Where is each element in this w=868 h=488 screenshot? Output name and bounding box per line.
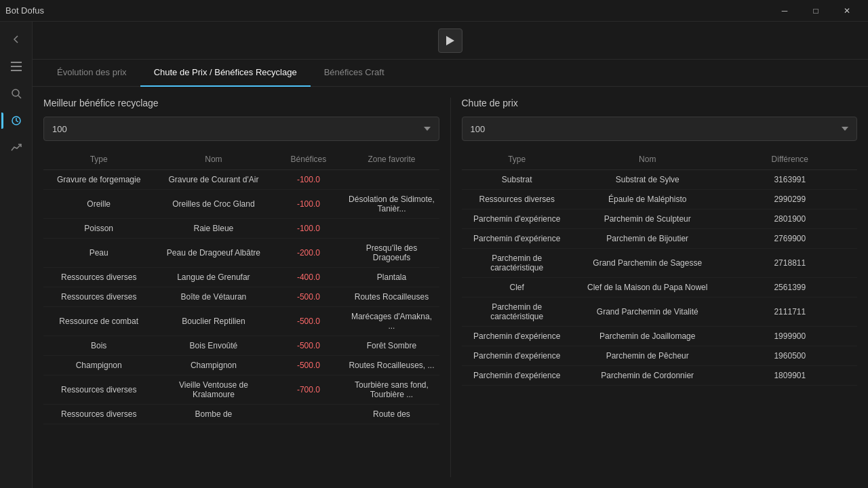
cell-type: Oreille bbox=[43, 190, 154, 219]
cell-difference: 3163991 bbox=[723, 170, 857, 190]
table-row: Parchemin d'expérience Parchemin de Pêch… bbox=[462, 346, 858, 366]
sidebar-item-history[interactable] bbox=[4, 108, 28, 133]
tab-chute-prix[interactable]: Chute de Prix / Bénéfices Recyclage bbox=[140, 60, 311, 87]
cell-zone: Routes Rocailleuses bbox=[344, 287, 439, 307]
cell-benefices: -500.0 bbox=[273, 287, 344, 307]
cell-type: Parchemin d'expérience bbox=[462, 366, 572, 386]
tabs: Évolution des prix Chute de Prix / Bénéf… bbox=[33, 60, 868, 87]
sidebar-item-back[interactable] bbox=[4, 27, 28, 52]
cell-nom: Boîte de Vétauran bbox=[154, 287, 273, 307]
panel-left: Meilleur bénéfice recyclage 100 Type Nom bbox=[43, 98, 439, 477]
cell-difference: 2801900 bbox=[723, 209, 857, 229]
right-table: Type Nom Différence Substrat Substrat de… bbox=[462, 149, 858, 386]
cell-type: Bois bbox=[43, 336, 154, 356]
sidebar-item-menu[interactable] bbox=[4, 54, 28, 79]
table-row: Ressources diverses Vieille Ventouse de … bbox=[43, 375, 439, 405]
minimize-button[interactable]: ─ bbox=[769, 0, 800, 22]
maximize-button[interactable]: □ bbox=[800, 0, 831, 22]
cell-nom: Grand Parchemin de Vitalité bbox=[572, 298, 723, 327]
svg-point-3 bbox=[12, 89, 19, 96]
svg-marker-8 bbox=[842, 127, 848, 131]
cell-nom: Langue de Grenufar bbox=[154, 268, 273, 287]
tab-evolution-prix[interactable]: Évolution des prix bbox=[43, 60, 140, 87]
cell-nom: Bois Envoûté bbox=[154, 336, 273, 356]
cell-type: Parchemin d'expérience bbox=[462, 327, 572, 346]
app-title: Bot Dofus bbox=[5, 5, 44, 16]
cell-type: Parchemin de caractéristique bbox=[462, 298, 572, 327]
table-row: Poisson Raie Bleue -100.0 bbox=[43, 219, 439, 239]
right-dropdown[interactable]: 100 bbox=[462, 117, 858, 141]
table-row: Parchemin d'expérience Parchemin de Scul… bbox=[462, 209, 858, 229]
cell-difference: 1809901 bbox=[723, 366, 857, 386]
table-row: Parchemin d'expérience Parchemin de Cord… bbox=[462, 366, 858, 386]
cell-nom: Parchemin de Pêcheur bbox=[572, 346, 723, 366]
cell-type: Gravure de forgemagie bbox=[43, 170, 154, 190]
panel-right: Chute de prix 100 Type Nom bbox=[462, 98, 858, 477]
right-col-difference: Différence bbox=[723, 149, 857, 170]
cell-difference: 2561399 bbox=[723, 278, 857, 298]
cell-nom: Bouclier Reptilien bbox=[154, 307, 273, 336]
sidebar bbox=[0, 22, 33, 488]
cell-zone: Route des bbox=[344, 405, 439, 424]
cell-difference: 2111711 bbox=[723, 298, 857, 327]
cell-zone: Désolation de Sidimote, Tanièr... bbox=[344, 190, 439, 219]
cell-type: Substrat bbox=[462, 170, 572, 190]
titlebar: Bot Dofus ─ □ ✕ bbox=[0, 0, 868, 22]
table-row: Parchemin d'expérience Parchemin de Bijo… bbox=[462, 229, 858, 249]
right-dropdown-value: 100 bbox=[471, 124, 486, 134]
sidebar-item-trending[interactable] bbox=[4, 136, 28, 160]
cell-nom: Oreilles de Croc Gland bbox=[154, 190, 273, 219]
svg-rect-1 bbox=[11, 66, 22, 67]
cell-nom: Raie Bleue bbox=[154, 219, 273, 239]
table-row: Parchemin de caractéristique Grand Parch… bbox=[462, 249, 858, 278]
left-panel-title: Meilleur bénéfice recyclage bbox=[43, 98, 439, 108]
tab-benefices-craft[interactable]: Bénéfices Craft bbox=[311, 60, 398, 87]
cell-benefices: -500.0 bbox=[273, 356, 344, 375]
svg-marker-7 bbox=[424, 127, 431, 131]
cell-zone: Presqu'île des Dragoeufs bbox=[344, 239, 439, 268]
cell-difference: 1960500 bbox=[723, 346, 857, 366]
table-row: Parchemin de caractéristique Grand Parch… bbox=[462, 298, 858, 327]
cell-type: Ressource de combat bbox=[43, 307, 154, 336]
close-button[interactable]: ✕ bbox=[831, 0, 863, 22]
cell-benefices: -400.0 bbox=[273, 268, 344, 287]
cell-type: Ressources diverses bbox=[43, 375, 154, 405]
left-col-benefices: Bénéfices bbox=[273, 149, 344, 170]
cell-benefices: -500.0 bbox=[273, 336, 344, 356]
table-row: Ressource de combat Bouclier Reptilien -… bbox=[43, 307, 439, 336]
cell-zone: Routes Rocailleuses, ... bbox=[344, 356, 439, 375]
svg-line-4 bbox=[18, 96, 21, 98]
sidebar-item-search[interactable] bbox=[4, 81, 28, 106]
cell-difference: 1999900 bbox=[723, 327, 857, 346]
table-row: Peau Peau de Dragoeuf Albâtre -200.0 Pre… bbox=[43, 239, 439, 268]
table-row: Champignon Champignon -500.0 Routes Roca… bbox=[43, 356, 439, 375]
table-row: Bois Bois Envoûté -500.0 Forêt Sombre bbox=[43, 336, 439, 356]
cell-benefices: -100.0 bbox=[273, 219, 344, 239]
left-dropdown[interactable]: 100 bbox=[43, 117, 439, 141]
cell-nom: Parchemin de Bijoutier bbox=[572, 229, 723, 249]
table-row: Gravure de forgemagie Gravure de Courant… bbox=[43, 170, 439, 190]
content: Évolution des prix Chute de Prix / Bénéf… bbox=[33, 22, 868, 488]
svg-rect-2 bbox=[11, 70, 22, 71]
cell-benefices: -100.0 bbox=[273, 190, 344, 219]
cell-nom: Bombe de bbox=[154, 405, 273, 424]
cell-type: Parchemin d'expérience bbox=[462, 346, 572, 366]
panel-divider bbox=[450, 98, 451, 477]
table-row: Ressources diverses Langue de Grenufar -… bbox=[43, 268, 439, 287]
cell-type: Parchemin d'expérience bbox=[462, 209, 572, 229]
cell-type: Ressources diverses bbox=[43, 268, 154, 287]
left-table-wrap: Type Nom Bénéfices Zone favorite Gravure… bbox=[43, 149, 439, 477]
cell-nom: Clef de la Maison du Papa Nowel bbox=[572, 278, 723, 298]
play-button[interactable] bbox=[438, 28, 462, 53]
cell-difference: 2718811 bbox=[723, 249, 857, 278]
table-row: Parchemin d'expérience Parchemin de Joai… bbox=[462, 327, 858, 346]
cell-type: Champignon bbox=[43, 356, 154, 375]
left-col-nom: Nom bbox=[154, 149, 273, 170]
cell-benefices: -500.0 bbox=[273, 307, 344, 336]
cell-type: Peau bbox=[43, 239, 154, 268]
cell-nom: Épaule de Maléphisto bbox=[572, 190, 723, 209]
cell-benefices bbox=[273, 405, 344, 424]
cell-difference: 2769900 bbox=[723, 229, 857, 249]
cell-zone: Forêt Sombre bbox=[344, 336, 439, 356]
cell-nom: Substrat de Sylve bbox=[572, 170, 723, 190]
